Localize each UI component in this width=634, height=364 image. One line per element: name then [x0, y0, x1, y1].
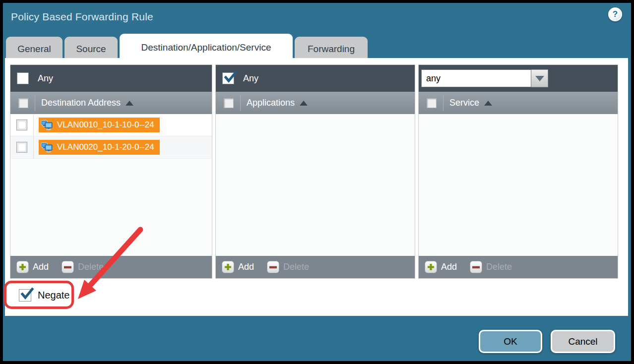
address-object-icon: [41, 120, 54, 130]
tab-source[interactable]: Source: [64, 37, 118, 61]
sort-ascending-icon[interactable]: [126, 101, 133, 106]
column-separator: [240, 95, 241, 111]
service-toolbar: Add Delete: [419, 256, 618, 278]
tab-content: Any Destination Address: [5, 58, 628, 316]
negate-row: Negate: [19, 289, 70, 302]
table-row[interactable]: VLAN0020_10-1-20-0--24: [10, 136, 212, 159]
applications-add-button[interactable]: Add: [222, 261, 254, 273]
delete-icon: [62, 261, 74, 273]
add-icon: [222, 261, 234, 273]
column-separator: [35, 95, 35, 111]
column-separator: [443, 95, 444, 111]
row-checkbox-cell: [10, 114, 34, 136]
destination-any-label: Any: [38, 73, 53, 84]
add-icon: [425, 261, 437, 273]
tab-destination-application-service[interactable]: Destination/Application/Service: [120, 34, 293, 61]
applications-any-label: Any: [243, 73, 258, 84]
destination-delete-button[interactable]: Delete: [62, 261, 104, 273]
destination-select-all-checkbox[interactable]: [18, 98, 28, 108]
check-icon: [20, 287, 34, 301]
delete-icon: [267, 261, 279, 273]
pbf-rule-dialog: Policy Based Forwarding Rule ? General S…: [3, 3, 631, 361]
applications-column-header-row: Applications: [216, 92, 415, 114]
destination-column-header-row: Destination Address: [10, 92, 212, 114]
tab-forwarding[interactable]: Forwarding: [295, 37, 368, 61]
applications-select-all-checkbox[interactable]: [224, 98, 234, 108]
service-delete-button[interactable]: Delete: [470, 261, 512, 273]
ok-button[interactable]: OK: [479, 330, 542, 353]
panels-container: Any Destination Address: [10, 64, 618, 279]
negate-label: Negate: [38, 290, 70, 301]
destination-any-checkbox[interactable]: [17, 72, 29, 84]
check-icon: [223, 70, 237, 84]
service-dropdown: any: [421, 69, 548, 87]
add-icon: [16, 261, 29, 273]
address-object-label: VLAN0010_10-1-10-0--24: [57, 120, 154, 130]
address-object-chip[interactable]: VLAN0010_10-1-10-0--24: [39, 118, 160, 132]
destination-list: VLAN0010_10-1-10-0--24: [10, 114, 212, 256]
applications-any-checkbox[interactable]: [222, 72, 234, 84]
applications-toolbar: Add Delete: [216, 256, 415, 278]
service-column-header-row: Service: [419, 92, 618, 114]
applications-list: [216, 114, 415, 256]
destination-panel: Any Destination Address: [10, 64, 212, 279]
service-dropdown-value[interactable]: any: [421, 69, 531, 87]
cancel-button[interactable]: Cancel: [551, 330, 615, 353]
tab-general[interactable]: General: [6, 37, 63, 61]
delete-icon: [470, 261, 482, 273]
service-panel: any Service: [418, 64, 618, 279]
service-add-button[interactable]: Add: [425, 261, 457, 273]
service-dropdown-button[interactable]: [531, 69, 548, 87]
row-checkbox-cell: [10, 136, 34, 158]
destination-column-header[interactable]: Destination Address: [41, 98, 121, 108]
service-column-header[interactable]: Service: [449, 98, 479, 108]
screenshot-frame: Policy Based Forwarding Rule ? General S…: [0, 0, 634, 364]
destination-toolbar: Add Delete: [10, 256, 212, 278]
negate-checkbox[interactable]: [19, 289, 31, 302]
dialog-title: Policy Based Forwarding Rule: [11, 3, 153, 32]
applications-any-bar: Any: [216, 65, 415, 92]
destination-add-button[interactable]: Add: [16, 261, 49, 273]
address-object-chip[interactable]: VLAN0020_10-1-20-0--24: [39, 140, 160, 155]
tab-bar: General Source Destination/Application/S…: [6, 34, 368, 61]
address-object-icon: [41, 142, 54, 153]
service-dropdown-bar: any: [419, 65, 618, 92]
service-list: [419, 114, 618, 256]
help-icon[interactable]: ?: [608, 7, 622, 21]
applications-column-header[interactable]: Applications: [247, 98, 295, 108]
destination-any-bar: Any: [10, 65, 212, 92]
sort-ascending-icon[interactable]: [300, 101, 308, 106]
row-checkbox[interactable]: [16, 142, 27, 153]
table-row[interactable]: VLAN0010_10-1-10-0--24: [10, 114, 212, 136]
applications-panel: Any Applications Add: [215, 64, 415, 279]
sort-ascending-icon[interactable]: [484, 101, 492, 106]
chevron-down-icon: [535, 76, 544, 81]
row-checkbox[interactable]: [16, 120, 27, 130]
address-object-label: VLAN0020_10-1-20-0--24: [57, 142, 154, 152]
service-select-all-checkbox[interactable]: [427, 98, 437, 108]
applications-delete-button[interactable]: Delete: [267, 261, 309, 273]
